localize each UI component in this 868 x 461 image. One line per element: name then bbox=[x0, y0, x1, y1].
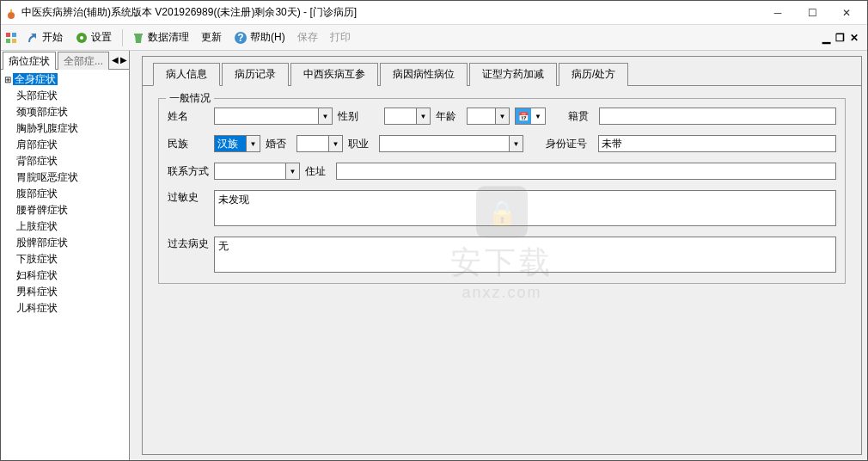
allergy-label: 过敏史 bbox=[168, 190, 209, 205]
tab-syndrome[interactable]: 证型方药加减 bbox=[469, 63, 557, 86]
chevron-down-icon[interactable] bbox=[416, 108, 430, 124]
tree-item[interactable]: 下肢症状 bbox=[1, 251, 129, 267]
nav-left-icon[interactable]: ◀ bbox=[112, 55, 119, 65]
contact-input[interactable] bbox=[214, 163, 300, 180]
save-button[interactable]: 保存 bbox=[292, 28, 323, 46]
date-picker[interactable]: 📅▼ bbox=[515, 108, 546, 125]
address-input[interactable] bbox=[336, 163, 836, 180]
tree-item[interactable]: 腹部症状 bbox=[1, 186, 129, 202]
sidebar-tabs: 病位症状 全部症... ◀ ▶ bbox=[1, 51, 129, 70]
app-small-icon bbox=[4, 31, 18, 45]
tree-item[interactable]: 腰脊髀症状 bbox=[1, 202, 129, 218]
inner-tabs: 病人信息 病历记录 中西疾病互参 病因病性病位 证型方药加减 病历/处方 bbox=[143, 57, 861, 86]
chevron-down-icon[interactable] bbox=[246, 136, 260, 151]
mdi-minimize-button[interactable]: ▁ bbox=[822, 32, 830, 44]
sidebar-tab-all[interactable]: 全部症... bbox=[58, 52, 109, 70]
native-label: 籍贯 bbox=[568, 109, 594, 124]
tree-item[interactable]: 股髀部症状 bbox=[1, 235, 129, 251]
native-input[interactable] bbox=[599, 108, 836, 125]
tree-item[interactable]: 颈项部症状 bbox=[1, 104, 129, 120]
name-input[interactable] bbox=[214, 108, 333, 125]
tree-item[interactable]: 妇科症状 bbox=[1, 267, 129, 284]
tab-medical-record[interactable]: 病历记录 bbox=[222, 63, 289, 86]
mdi-restore-button[interactable]: ❐ bbox=[835, 32, 845, 44]
tab-etiology[interactable]: 病因病性病位 bbox=[380, 63, 468, 86]
occupation-label: 职业 bbox=[348, 137, 374, 151]
tree-item[interactable]: 背部症状 bbox=[1, 153, 129, 169]
name-label: 姓名 bbox=[168, 109, 209, 124]
content-panel: 病人信息 病历记录 中西疾病互参 病因病性病位 证型方药加减 病历/处方 一般情… bbox=[142, 56, 862, 455]
id-input[interactable] bbox=[598, 135, 836, 152]
contact-label: 联系方式 bbox=[168, 164, 209, 179]
form-row: 过去病史 bbox=[168, 237, 836, 273]
form-row: 过敏史 bbox=[168, 190, 836, 226]
tab-disease-ref[interactable]: 中西疾病互参 bbox=[290, 63, 378, 86]
maximize-button[interactable]: ☐ bbox=[795, 2, 829, 24]
sidebar-tab-location[interactable]: 病位症状 bbox=[3, 52, 56, 70]
allergy-textarea[interactable] bbox=[214, 190, 836, 226]
tree-item[interactable]: 男科症状 bbox=[1, 284, 129, 300]
window-title: 中医疾病辨治(辅助)系统版本 V201926989((未注册)剩余30天) - … bbox=[21, 5, 761, 20]
form-area: 一般情况 姓名 性别 年龄 📅▼ 籍贯 bbox=[143, 86, 861, 289]
chevron-down-icon[interactable] bbox=[285, 163, 299, 179]
marriage-select[interactable] bbox=[296, 135, 343, 152]
svg-point-0 bbox=[8, 12, 15, 19]
groupbox-title: 一般情况 bbox=[166, 91, 214, 106]
tree-item[interactable]: 上肢症状 bbox=[1, 218, 129, 235]
history-label: 过去病史 bbox=[168, 237, 209, 251]
form-row: 姓名 性别 年龄 📅▼ 籍贯 bbox=[168, 108, 836, 125]
ethnic-select[interactable] bbox=[214, 135, 260, 152]
content-area: 病人信息 病历记录 中西疾病互参 病因病性病位 证型方药加减 病历/处方 一般情… bbox=[130, 51, 867, 460]
trash-icon bbox=[131, 31, 145, 45]
id-label: 身份证号 bbox=[546, 137, 593, 151]
sidebar: 病位症状 全部症... ◀ ▶ 全身症状 头部症状 颈项部症状 胸胁乳腹症状 肩… bbox=[1, 51, 130, 460]
help-button[interactable]: ? 帮助(H) bbox=[229, 28, 290, 46]
tree-item[interactable]: 胸胁乳腹症状 bbox=[1, 120, 129, 137]
svg-rect-3 bbox=[6, 39, 10, 43]
tab-prescription[interactable]: 病历/处方 bbox=[559, 63, 628, 86]
history-textarea[interactable] bbox=[214, 237, 836, 273]
tree-item[interactable]: 胃脘呕恶症状 bbox=[1, 169, 129, 186]
chevron-down-icon[interactable] bbox=[509, 136, 523, 151]
tree-item[interactable]: 肩部症状 bbox=[1, 137, 129, 153]
mdi-controls: ▁ ❐ ✕ bbox=[822, 32, 864, 44]
tree-item-root[interactable]: 全身症状 bbox=[1, 71, 129, 88]
svg-rect-2 bbox=[12, 33, 16, 37]
age-input[interactable] bbox=[467, 108, 510, 125]
ethnic-label: 民族 bbox=[168, 137, 209, 151]
symptom-tree[interactable]: 全身症状 头部症状 颈项部症状 胸胁乳腹症状 肩部症状 背部症状 胃脘呕恶症状 … bbox=[1, 70, 129, 460]
svg-text:?: ? bbox=[237, 32, 243, 44]
print-button[interactable]: 打印 bbox=[325, 28, 356, 46]
sidebar-tab-nav: ◀ ▶ bbox=[110, 55, 129, 65]
settings-button[interactable]: 设置 bbox=[70, 28, 117, 46]
chevron-down-icon[interactable] bbox=[318, 108, 332, 124]
start-button[interactable]: 开始 bbox=[21, 28, 68, 46]
title-bar: 中医疾病辨治(辅助)系统版本 V201926989((未注册)剩余30天) - … bbox=[1, 1, 867, 25]
mdi-close-button[interactable]: ✕ bbox=[850, 32, 859, 44]
gender-label: 性别 bbox=[338, 109, 379, 124]
start-icon bbox=[26, 31, 40, 45]
tree-item[interactable]: 儿科症状 bbox=[1, 300, 129, 317]
occupation-select[interactable] bbox=[379, 135, 523, 152]
age-label: 年龄 bbox=[436, 109, 462, 124]
marriage-label: 婚否 bbox=[266, 137, 291, 151]
dataclean-button[interactable]: 数据清理 bbox=[126, 28, 194, 46]
form-row: 联系方式 住址 bbox=[168, 163, 836, 180]
toolbar: 开始 设置 数据清理 更新 ? 帮助(H) 保存 打印 ▁ ❐ ✕ bbox=[1, 25, 867, 51]
app-icon bbox=[4, 6, 18, 20]
svg-rect-4 bbox=[12, 39, 16, 43]
tree-item[interactable]: 头部症状 bbox=[1, 88, 129, 104]
general-info-group: 一般情况 姓名 性别 年龄 📅▼ 籍贯 bbox=[158, 98, 846, 284]
main-area: 病位症状 全部症... ◀ ▶ 全身症状 头部症状 颈项部症状 胸胁乳腹症状 肩… bbox=[1, 51, 867, 460]
nav-right-icon[interactable]: ▶ bbox=[120, 55, 127, 65]
close-button[interactable]: ✕ bbox=[829, 2, 864, 24]
gender-select[interactable] bbox=[384, 108, 431, 125]
help-icon: ? bbox=[234, 31, 248, 45]
update-button[interactable]: 更新 bbox=[196, 28, 227, 46]
tab-patient-info[interactable]: 病人信息 bbox=[153, 63, 220, 86]
minimize-button[interactable]: ─ bbox=[761, 2, 795, 24]
calendar-icon: 📅 bbox=[516, 108, 531, 124]
address-label: 住址 bbox=[305, 164, 331, 179]
chevron-down-icon[interactable] bbox=[328, 136, 342, 151]
chevron-down-icon[interactable] bbox=[495, 108, 509, 124]
